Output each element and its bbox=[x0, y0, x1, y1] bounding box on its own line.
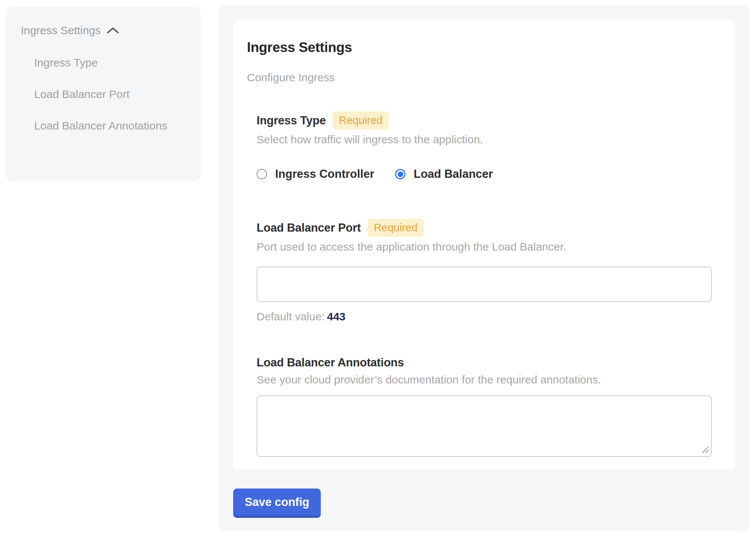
radio-label: Load Balancer bbox=[414, 167, 493, 181]
sidebar-group-ingress-settings[interactable]: Ingress Settings bbox=[21, 24, 187, 37]
field-heading-row: Ingress Type Required bbox=[257, 111, 712, 130]
page: Ingress Settings Ingress Type Load Balan… bbox=[0, 0, 756, 539]
section-heading-ingress-type: Ingress Type bbox=[257, 114, 326, 128]
sidebar-item-load-balancer-port[interactable]: Load Balancer Port bbox=[34, 84, 187, 105]
default-value-line: Default value:443 bbox=[257, 310, 712, 323]
radio-load-balancer[interactable]: Load Balancer bbox=[395, 167, 493, 181]
field-heading-row: Load Balancer Port Required bbox=[257, 219, 712, 237]
radio-ingress-controller[interactable]: Ingress Controller bbox=[257, 167, 374, 181]
field-description: See your cloud provider’s documentation … bbox=[257, 373, 712, 386]
sidebar-item-list: Ingress Type Load Balancer Port Load Bal… bbox=[21, 52, 187, 137]
field-description: Select how traffic will ingress to the a… bbox=[257, 133, 712, 146]
radio-circle-icon bbox=[395, 169, 405, 179]
form-sections: Ingress Type Required Select how traffic… bbox=[257, 111, 712, 457]
field-section-load-balancer-port: Load Balancer Port Required Port used to… bbox=[257, 219, 712, 323]
section-heading-load-balancer-port: Load Balancer Port bbox=[257, 221, 361, 235]
settings-panel: Ingress Settings Configure Ingress Ingre… bbox=[219, 5, 749, 532]
ingress-settings-card: Ingress Settings Configure Ingress Ingre… bbox=[233, 19, 735, 470]
sidebar-item-load-balancer-annotations[interactable]: Load Balancer Annotations bbox=[34, 115, 187, 137]
required-badge: Required bbox=[368, 219, 424, 237]
chevron-up-icon bbox=[107, 27, 119, 34]
annotations-textarea-wrap bbox=[257, 395, 712, 457]
field-description: Port used to access the application thro… bbox=[257, 240, 712, 253]
default-value-label: Default value: bbox=[257, 310, 325, 323]
section-heading-load-balancer-annotations: Load Balancer Annotations bbox=[257, 356, 404, 370]
save-config-button[interactable]: Save config bbox=[233, 489, 321, 518]
required-badge: Required bbox=[333, 111, 389, 130]
radio-label: Ingress Controller bbox=[275, 167, 374, 181]
page-title: Ingress Settings bbox=[247, 40, 721, 55]
page-subtitle: Configure Ingress bbox=[247, 71, 721, 84]
load-balancer-annotations-textarea[interactable] bbox=[257, 395, 712, 457]
default-value: 443 bbox=[327, 310, 345, 323]
settings-nav-sidebar: Ingress Settings Ingress Type Load Balan… bbox=[6, 7, 201, 181]
field-section-load-balancer-annotations: Load Balancer Annotations See your cloud… bbox=[257, 356, 712, 457]
sidebar-group-label: Ingress Settings bbox=[21, 24, 101, 37]
field-heading-row: Load Balancer Annotations bbox=[257, 356, 712, 370]
field-section-ingress-type: Ingress Type Required Select how traffic… bbox=[257, 111, 712, 181]
radio-circle-icon bbox=[257, 169, 267, 179]
sidebar-item-ingress-type[interactable]: Ingress Type bbox=[34, 52, 187, 74]
load-balancer-port-input[interactable] bbox=[257, 267, 712, 302]
ingress-type-radio-group: Ingress Controller Load Balancer bbox=[257, 167, 712, 181]
